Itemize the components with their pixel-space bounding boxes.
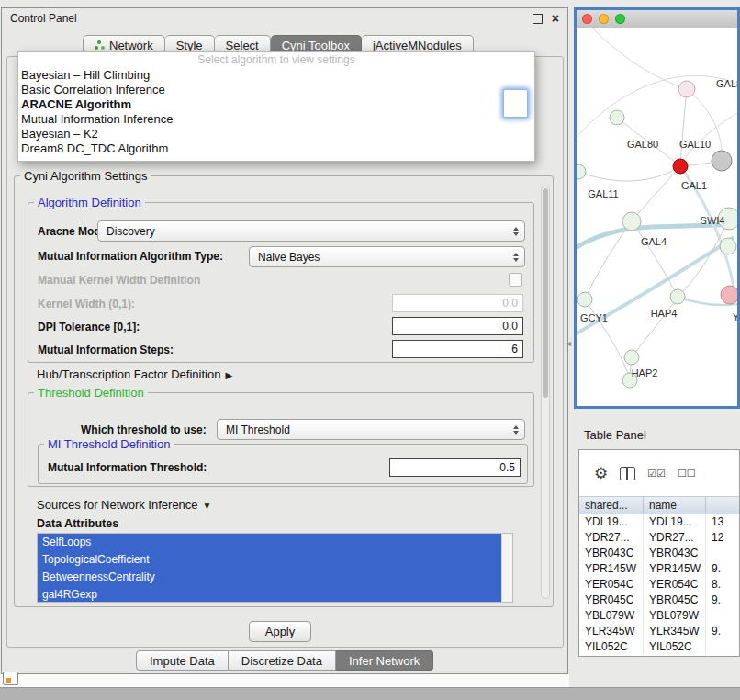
network-node[interactable] <box>610 110 624 125</box>
network-node[interactable] <box>670 289 685 304</box>
network-edge <box>632 297 678 357</box>
network-node[interactable] <box>720 238 736 254</box>
select-all-checks-icon[interactable]: ☑☑ <box>647 468 666 480</box>
panel-divider-handle[interactable]: ◂ <box>566 338 571 348</box>
table-cell: 9. <box>706 593 739 608</box>
network-edge <box>680 89 687 166</box>
mi-type-label: Mutual Information Algorithm Type: <box>38 250 223 263</box>
network-edge <box>632 166 680 221</box>
scrollbar-thumb[interactable] <box>543 188 548 398</box>
table-cell <box>706 546 739 561</box>
table-row[interactable]: YLR345WYLR345W9. <box>579 624 739 639</box>
kernel-width-field[interactable] <box>392 294 523 312</box>
network-edge <box>687 89 722 161</box>
table-cell: YBR045C <box>579 593 644 608</box>
algorithm-definition-group: Algorithm Definition Aracne Mode: Discov… <box>28 202 534 363</box>
network-node[interactable] <box>721 286 737 304</box>
taskbar-window-icon[interactable] <box>3 672 18 685</box>
bottom-tab-infer-network[interactable]: Infer Network <box>336 650 433 671</box>
mi-type-select[interactable]: Naive Bayes <box>249 246 525 267</box>
manual-kernel-checkbox[interactable] <box>509 273 522 287</box>
tab-label: Network <box>109 39 153 52</box>
table-cell <box>706 639 739 655</box>
list-item[interactable]: SelfLoops <box>38 534 501 551</box>
gear-icon[interactable]: ⚙ <box>594 466 608 481</box>
table-row[interactable]: YBL079WYBL079W <box>579 608 739 624</box>
columns-icon[interactable] <box>620 467 635 480</box>
table-cell: YBR043C <box>644 546 706 561</box>
list-scrollbar[interactable] <box>501 534 512 602</box>
bottom-tab-impute-data[interactable]: Impute Data <box>136 650 229 671</box>
table-cell: YBL079W <box>579 608 644 624</box>
network-edge <box>577 75 737 137</box>
mi-threshold-group: MI Threshold Definition Mutual Informati… <box>38 444 528 484</box>
apply-button[interactable]: Apply <box>249 621 311 642</box>
column-header[interactable]: shared... <box>579 497 644 514</box>
bottom-tab-discretize-data[interactable]: Discretize Data <box>229 650 336 671</box>
table-row[interactable]: YBR045CYBR045C9. <box>579 593 739 608</box>
deselect-all-checks-icon[interactable]: ☐☐ <box>678 468 696 480</box>
node-label: GAL11 <box>588 188 618 199</box>
data-attributes-list[interactable]: SelfLoopsTopologicalCoefficientBetweenne… <box>37 533 513 603</box>
settings-scrollbar[interactable] <box>541 186 550 599</box>
expanded-arrow-icon: ▼ <box>203 501 212 511</box>
table-row[interactable]: YPR145WYPR145W9. <box>579 561 739 577</box>
table-row[interactable]: YER054CYER054C8. <box>579 577 739 593</box>
close-traffic-light[interactable] <box>582 14 592 24</box>
aracne-mode-select[interactable]: Discovery <box>97 220 525 242</box>
network-node[interactable] <box>622 212 641 231</box>
network-canvas[interactable]: GAL8GAL80GAL10GAL11GAL1SWI4GAL4GCY1HAP4H… <box>577 28 737 406</box>
tab-label: Select <box>226 39 259 52</box>
dropdown-item[interactable]: ARACNE Algorithm <box>18 97 534 112</box>
zoom-traffic-light[interactable] <box>615 14 625 24</box>
dpi-tolerance-field[interactable] <box>392 317 523 335</box>
dropdown-item[interactable]: Bayesian – Hill Climbing <box>18 68 534 83</box>
manual-kernel-label: Manual Kernel Width Definition <box>38 274 200 287</box>
data-attributes-label: Data Attributes <box>37 517 118 530</box>
table-cell: 9. <box>706 561 739 577</box>
hub-definition-disclosure[interactable]: Hub/Transcription Factor Definition▶ <box>37 367 232 381</box>
network-node[interactable] <box>577 292 592 307</box>
network-edge <box>593 28 687 89</box>
which-threshold-value: MI Threshold <box>226 423 290 436</box>
mi-steps-field[interactable] <box>392 340 523 358</box>
dropdown-item[interactable]: Mutual Information Inference <box>18 112 534 127</box>
network-node[interactable] <box>712 151 732 171</box>
table-panel-window: ⚙ ☑☑ ☐☐ shared...name YDL19...YDL19...13… <box>578 449 740 657</box>
column-header[interactable] <box>706 497 739 514</box>
network-tab-icon <box>95 40 105 51</box>
threshold-definition-group: Threshold Definition Which threshold to … <box>28 392 534 487</box>
network-edge <box>578 166 680 181</box>
network-node[interactable] <box>624 350 639 365</box>
network-node[interactable] <box>577 164 586 179</box>
list-item[interactable]: gal4RGexp <box>38 586 501 603</box>
control-panel-titlebar: Control Panel × <box>2 8 567 28</box>
table-panel-title: Table Panel <box>584 428 646 442</box>
table-row[interactable]: YDL19...YDL19...13 <box>579 514 739 530</box>
network-window-titlebar[interactable] <box>577 10 737 28</box>
table-cell: YLR345W <box>644 624 706 639</box>
sources-disclosure[interactable]: Sources for Network Inference▼ <box>37 498 211 512</box>
mi-threshold-field[interactable] <box>389 458 521 477</box>
minimize-traffic-light[interactable] <box>599 14 609 24</box>
combo-arrows-icon <box>513 420 519 439</box>
close-icon[interactable]: × <box>552 12 559 25</box>
table-cell <box>706 608 739 624</box>
column-header[interactable]: name <box>644 497 706 514</box>
tab-label: Style <box>176 39 203 52</box>
network-edge <box>585 299 630 378</box>
float-window-icon[interactable] <box>533 14 543 24</box>
network-node[interactable] <box>673 159 688 174</box>
dropdown-item[interactable]: Dream8 DC_TDC Algorithm <box>18 141 534 156</box>
dropdown-item[interactable]: Bayesian – K2 <box>18 127 534 141</box>
list-item[interactable]: TopologicalCoefficient <box>38 551 501 569</box>
network-node[interactable] <box>678 81 695 97</box>
which-threshold-select[interactable]: MI Threshold <box>217 419 525 440</box>
table-row[interactable]: YBR043CYBR043C <box>579 546 739 561</box>
table-row[interactable]: YIL052CYIL052C <box>579 639 739 655</box>
dropdown-item[interactable]: Basic Correlation Inference <box>18 83 534 97</box>
settings-group-title: Cyni Algorithm Settings <box>20 169 151 183</box>
table-row[interactable]: YDR27...YDR27...12 <box>579 530 739 546</box>
list-item[interactable]: BetweennessCentrality <box>38 569 501 586</box>
table-cell: YDL19... <box>644 514 706 530</box>
